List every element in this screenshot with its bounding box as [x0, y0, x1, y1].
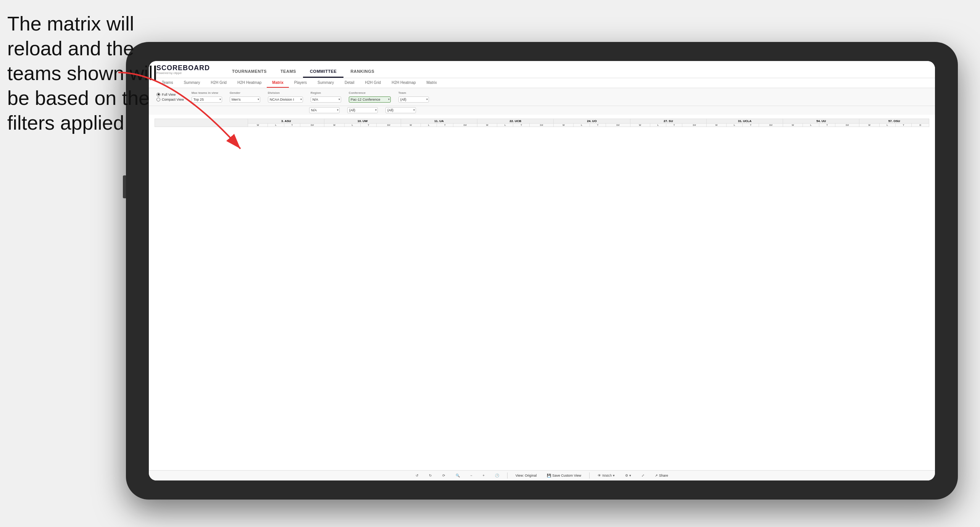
- share-btn[interactable]: ↗ Share: [653, 472, 671, 479]
- region-label: Region: [311, 91, 341, 95]
- nav-committee[interactable]: COMMITTEE: [303, 66, 344, 78]
- refresh-btn[interactable]: ⟳: [440, 472, 448, 479]
- region2-select-wrapper: N/A: [309, 106, 340, 113]
- save-custom-btn[interactable]: 💾 Save Custom View: [545, 472, 583, 479]
- sub-w-6: W: [630, 124, 650, 127]
- subnav-h2h-heatmap[interactable]: H2H Heatmap: [232, 78, 267, 88]
- filter-gender: Gender Men's Women's: [230, 91, 260, 103]
- conference-select-wrapper: Pac-12 Conference (All) ACC Big Ten SEC: [349, 95, 391, 103]
- subnav-summary2[interactable]: Summary: [312, 78, 339, 88]
- plus-btn[interactable]: +: [480, 472, 487, 479]
- filters-row2: N/A (All) (All): [149, 106, 935, 115]
- filter-team2: (All): [385, 106, 416, 113]
- subnav-h2h-grid2[interactable]: H2H Grid: [359, 78, 386, 88]
- col-header-osu: 57. OSU: [859, 119, 929, 124]
- settings-btn[interactable]: ⚙ ▾: [623, 472, 633, 479]
- matrix-table: 3. ASU 10. UW 11. UA 22. UCB 24. UO 27. …: [155, 119, 929, 127]
- sub-t-2: T: [360, 124, 376, 127]
- sub-l-8: L: [803, 124, 819, 127]
- sub-w-9: W: [859, 124, 879, 127]
- subnav-h2h-heatmap2[interactable]: H2H Heatmap: [386, 78, 421, 88]
- undo-btn[interactable]: ↺: [413, 472, 421, 479]
- max-teams-select-wrapper: Top 25 Top 50 All: [192, 95, 222, 103]
- team-label: Team: [398, 91, 429, 95]
- view-original-btn[interactable]: View: Original: [513, 472, 539, 479]
- sub-l-7: L: [726, 124, 742, 127]
- minus-btn[interactable]: −: [468, 472, 474, 479]
- sub-w-2: W: [324, 124, 344, 127]
- col-header-su: 27. SU: [630, 119, 706, 124]
- tablet-screen: SCOREBOARD Powered by clippd TOURNAMENTS…: [149, 61, 935, 480]
- tablet-device: SCOREBOARD Powered by clippd TOURNAMENTS…: [126, 42, 958, 500]
- subnav-players[interactable]: Players: [289, 78, 312, 88]
- division-select[interactable]: NCAA Division I NCAA Division II NCAA Di…: [268, 96, 303, 103]
- expand-btn[interactable]: ⤢: [639, 472, 647, 479]
- region2-select[interactable]: N/A: [309, 107, 340, 113]
- subnav-matrix[interactable]: Matrix: [267, 78, 289, 88]
- team-select[interactable]: (All): [398, 96, 429, 103]
- watch-btn[interactable]: 👁 Watch ▾: [595, 472, 617, 479]
- sub-t-7: T: [743, 124, 759, 127]
- app-toolbar: ↺ ↻ ⟳ 🔍 − + 🕐 View: Original 💾 Save Cust…: [149, 470, 935, 480]
- region-select[interactable]: N/A East West South Midwest: [311, 96, 341, 103]
- sub-t-3: T: [437, 124, 453, 127]
- conference-label: Conference: [349, 91, 391, 95]
- col-header-ua: 11. UA: [401, 119, 477, 124]
- corner-header: [155, 119, 248, 127]
- filters-bar: Full View Compact View Max teams in view…: [149, 88, 935, 106]
- gender-label: Gender: [230, 91, 260, 95]
- sub-t-9: T: [895, 124, 911, 127]
- sub-d-2: Dif: [377, 124, 401, 127]
- subnav-h2h-grid[interactable]: H2H Grid: [205, 78, 232, 88]
- conference-select[interactable]: Pac-12 Conference (All) ACC Big Ten SEC: [349, 96, 391, 103]
- toolbar-divider2: [589, 472, 590, 479]
- sub-l-2: L: [344, 124, 360, 127]
- sub-d-3: Dif: [453, 124, 477, 127]
- sub-d-1: Dif: [300, 124, 324, 127]
- division-label: Division: [268, 91, 303, 95]
- filter-conference: Conference Pac-12 Conference (All) ACC B…: [349, 91, 391, 103]
- sub-nav: Teams Summary H2H Grid H2H Heatmap Matri…: [149, 78, 935, 88]
- sub-w-5: W: [554, 124, 574, 127]
- sub-l-5: L: [574, 124, 590, 127]
- team2-select[interactable]: (All): [385, 107, 416, 113]
- filter-team: Team (All): [398, 91, 429, 103]
- subnav-matrix2[interactable]: Matrix: [421, 78, 442, 88]
- sub-d-8: Dif: [835, 124, 859, 127]
- col-header-uu: 54. UU: [783, 119, 859, 124]
- main-nav: TOURNAMENTS TEAMS COMMITTEE RANKINGS: [225, 66, 381, 78]
- col-header-ucb: 22. UCB: [477, 119, 554, 124]
- filter-division: Division NCAA Division I NCAA Division I…: [268, 91, 303, 103]
- nav-tournaments[interactable]: TOURNAMENTS: [225, 66, 274, 78]
- sub-d-4: Dif: [529, 124, 553, 127]
- subnav-detail[interactable]: Detail: [339, 78, 360, 88]
- col-header-uo: 24. UO: [554, 119, 630, 124]
- gender-select[interactable]: Men's Women's: [230, 96, 260, 103]
- filter-max-teams: Max teams in view Top 25 Top 50 All: [192, 91, 222, 103]
- sub-t-5: T: [590, 124, 606, 127]
- tablet-side-button: [123, 175, 126, 198]
- sub-l-6: L: [650, 124, 666, 127]
- redo-btn[interactable]: ↻: [427, 472, 434, 479]
- nav-teams[interactable]: TEAMS: [274, 66, 303, 78]
- sub-w-7: W: [706, 124, 726, 127]
- zoom-btn[interactable]: 🔍: [453, 472, 462, 479]
- clock-btn[interactable]: 🕐: [493, 472, 501, 479]
- sub-d-9: D: [912, 124, 929, 127]
- sub-d-6: Dif: [682, 124, 706, 127]
- matrix-scroll[interactable]: 3. ASU 10. UW 11. UA 22. UCB 24. UO 27. …: [149, 115, 935, 470]
- region-select-wrapper: N/A East West South Midwest: [311, 95, 341, 103]
- conf2-select[interactable]: (All): [347, 107, 378, 113]
- filter-region2: N/A: [309, 106, 340, 113]
- nav-rankings[interactable]: RANKINGS: [343, 66, 381, 78]
- gender-select-wrapper: Men's Women's: [230, 95, 260, 103]
- max-teams-select[interactable]: Top 25 Top 50 All: [192, 96, 222, 103]
- team-select-wrapper: (All): [398, 95, 429, 103]
- conf2-select-wrapper: (All): [347, 106, 378, 113]
- col-header-uw: 10. UW: [324, 119, 401, 124]
- app-header: SCOREBOARD Powered by clippd TOURNAMENTS…: [149, 61, 935, 78]
- sub-d-7: Dif: [759, 124, 783, 127]
- subnav-summary[interactable]: Summary: [178, 78, 205, 88]
- col-header-asu: 3. ASU: [248, 119, 324, 124]
- sub-t-6: T: [666, 124, 682, 127]
